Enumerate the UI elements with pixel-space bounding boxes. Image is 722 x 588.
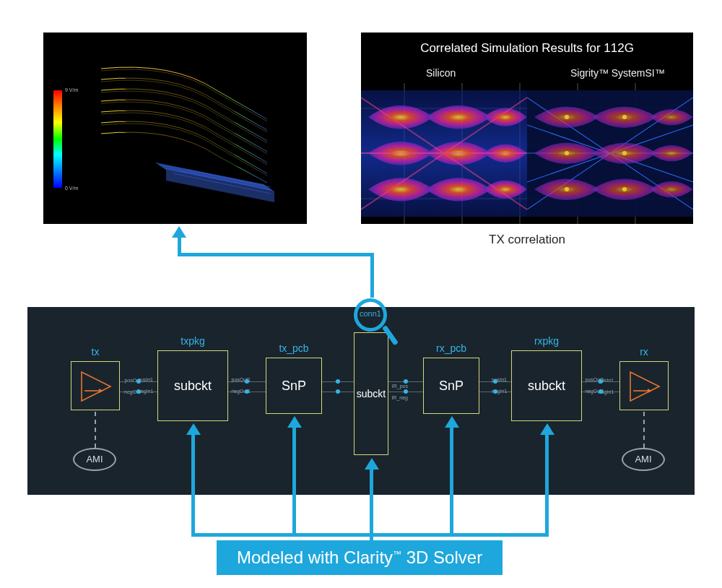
block-txpcb: tx_pcb SnP (266, 358, 322, 414)
svg-point-24 (565, 115, 569, 119)
ami-badge-tx: AMI (73, 448, 116, 471)
arrow-head-up-icon (540, 423, 554, 435)
magnifier-icon: conn1 (354, 298, 387, 332)
block-txpcb-body: SnP (282, 379, 306, 394)
block-rx: rx posIn1 negIn1 (619, 361, 669, 410)
eye-title: Correlated Simulation Results for 112G (361, 41, 693, 56)
eye-diagram-panel: Correlated Simulation Results for 112G S… (361, 33, 693, 224)
banner-text-pre: Modeled with Clarity (237, 548, 393, 567)
signal-chain-panel: tx posOut negOut txpkg subckt posIn1 neg… (27, 307, 695, 495)
eye-caption: TX correlation (361, 233, 693, 247)
block-rxpcb-body: SnP (439, 379, 464, 394)
port-label: IR_pos (392, 384, 408, 389)
svg-marker-33 (630, 372, 659, 401)
block-rxpkg-body: subckt (528, 379, 565, 394)
eye-left-label: Silicon (426, 67, 456, 79)
eye-diagram-canvas (361, 83, 693, 224)
port-label: IR_neg (391, 395, 408, 400)
tx-amp-icon (71, 362, 121, 411)
eye-right-label: Sigrity™ SystemSI™ (570, 67, 665, 79)
node-dot (599, 389, 603, 394)
arrow-segment (545, 433, 549, 535)
svg-point-27 (622, 151, 627, 155)
svg-marker-30 (82, 372, 110, 401)
node-dot (493, 379, 497, 384)
block-tx: tx posOut negOut (71, 361, 120, 410)
block-rxpcb: rx_pcb SnP (423, 358, 479, 414)
svg-marker-32 (99, 389, 103, 393)
node-dot (245, 389, 249, 394)
block-txpkg-body: subckt (174, 379, 212, 394)
arrow-segment (370, 254, 374, 298)
block-txpcb-label: tx_pcb (266, 342, 321, 354)
block-tx-label: tx (71, 346, 119, 358)
arrow-segment (179, 253, 374, 256)
block-rxpkg-label: rxpkg (512, 335, 581, 347)
solver-3d-mesh (87, 47, 289, 206)
svg-point-28 (565, 187, 569, 191)
arrow-segment (450, 426, 453, 535)
arrow-segment (178, 237, 181, 256)
node-dot (336, 379, 340, 384)
node-dot (136, 379, 141, 384)
block-rxpkg: rxpkg subckt posIn1 negIn1 posOut1 negOu… (511, 350, 582, 421)
solver-visualization-panel: 9 V/m 0 V/m (43, 33, 307, 224)
node-dot (245, 379, 249, 384)
arrow-segment (292, 426, 296, 535)
magnifier-label: conn1 (357, 309, 383, 318)
node-dot (336, 389, 340, 394)
ami-dash (95, 412, 96, 448)
banner-tm: ™ (393, 549, 401, 559)
rx-amp-icon (620, 362, 669, 411)
arrow-head-up-icon (365, 458, 379, 470)
ami-badge-rx: AMI (622, 448, 665, 471)
block-rx-label: rx (620, 346, 668, 358)
colorbar-top-label: 9 V/m (65, 87, 78, 92)
svg-point-29 (622, 187, 627, 191)
block-conn1-body: subckt (357, 388, 386, 399)
block-rxpcb-label: rx_pcb (424, 342, 479, 354)
arrow-head-up-icon (287, 416, 302, 428)
node-dot (493, 389, 497, 394)
svg-point-26 (565, 151, 569, 155)
node-dot (404, 379, 408, 384)
arrow-segment (191, 433, 195, 535)
block-txpkg-label: txpkg (158, 335, 227, 347)
ami-dash (643, 412, 645, 448)
block-txpkg: txpkg subckt posIn1 negIn1 posOut1 negOu… (157, 350, 228, 421)
colorbar-bottom-label: 0 V/m (65, 186, 78, 191)
arrow-head-up-icon (445, 416, 459, 428)
svg-point-25 (622, 115, 627, 119)
arrow-segment (370, 468, 373, 535)
svg-marker-35 (648, 389, 652, 393)
arrow-head-up-icon (172, 226, 186, 238)
node-dot (599, 379, 603, 384)
node-dot (404, 389, 408, 394)
banner-text-post: 3D Solver (401, 548, 482, 567)
arrow-head-up-icon (186, 423, 201, 435)
colorbar (53, 90, 62, 188)
node-dot (136, 389, 141, 394)
clarity-banner: Modeled with Clarity™ 3D Solver (217, 540, 503, 575)
block-conn1: subckt IR_pos IR_neg (354, 332, 388, 455)
